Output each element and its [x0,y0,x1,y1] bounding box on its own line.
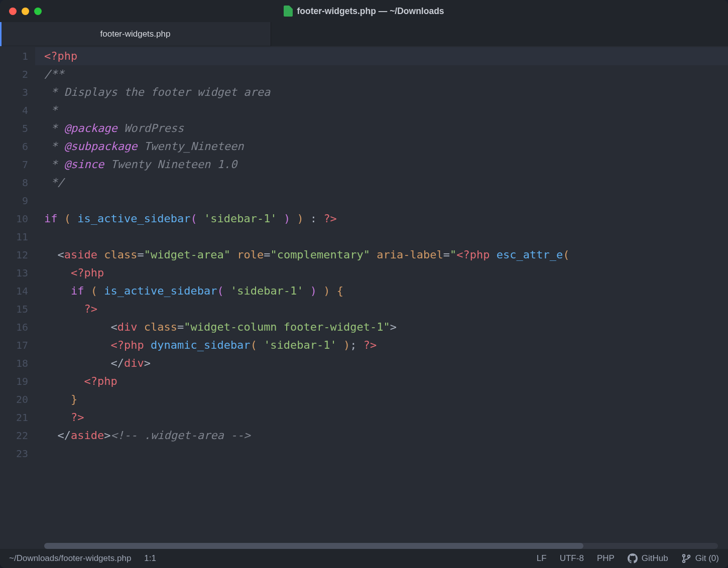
code-line[interactable]: <?php [35,47,728,65]
minimize-window-button[interactable] [22,8,29,15]
code-line[interactable]: <?php [44,264,728,282]
status-git[interactable]: Git (0) [681,553,719,563]
horizontal-scrollbar-thumb[interactable] [44,543,583,549]
close-window-button[interactable] [9,8,17,15]
line-number: 11 [0,228,35,246]
line-number: 14 [0,282,35,300]
line-number: 10 [0,210,35,228]
code-line[interactable]: </div> [44,354,728,372]
titlebar: footer-widgets.php — ~/Downloads [0,0,728,22]
code-line[interactable]: /** [44,65,728,83]
code-line[interactable] [44,192,728,210]
status-cursor-pos[interactable]: 1:1 [144,553,156,563]
code-line[interactable]: </aside><!-- .widget-area --> [44,427,728,445]
svg-point-0 [683,554,685,557]
editor-window: footer-widgets.php — ~/Downloads footer-… [0,0,728,568]
line-number: 7 [0,156,35,174]
code-line[interactable]: * @package WordPress [44,119,728,137]
status-language[interactable]: PHP [597,553,615,563]
line-number: 1 [0,47,35,65]
code-line[interactable]: */ [44,174,728,192]
window-controls [0,8,42,15]
status-github[interactable]: GitHub [628,553,668,563]
status-file-path[interactable]: ~/Downloads/footer-widgets.php [9,553,131,563]
code-line[interactable]: ?> [44,408,728,427]
status-github-label: GitHub [642,553,668,563]
line-number: 12 [0,246,35,264]
line-number: 17 [0,336,35,354]
code-line[interactable]: <aside class="widget-area" role="complem… [44,246,728,264]
line-number: 16 [0,318,35,336]
line-number: 4 [0,101,35,119]
window-title: footer-widgets.php — ~/Downloads [297,6,444,17]
tab-label: footer-widgets.php [100,29,171,39]
status-encoding[interactable]: UTF-8 [560,553,584,563]
code-line[interactable]: * [44,101,728,119]
status-line-ending[interactable]: LF [537,553,547,563]
line-number: 23 [0,445,35,463]
line-number: 6 [0,137,35,156]
line-number: 21 [0,408,35,427]
line-number: 3 [0,83,35,101]
code-line[interactable]: <div class="widget-column footer-widget-… [44,318,728,336]
code-line[interactable]: <?php [44,372,728,390]
tab-footer-widgets[interactable]: footer-widgets.php [0,22,271,46]
line-number: 8 [0,174,35,192]
git-branch-icon [681,553,691,563]
code-line[interactable]: } [44,390,728,408]
line-number: 18 [0,354,35,372]
svg-point-2 [688,555,690,557]
code-area[interactable]: <?php/** * Displays the footer widget ar… [35,46,728,549]
line-number: 13 [0,264,35,282]
line-number: 19 [0,372,35,390]
code-line[interactable]: * @since Twenty Nineteen 1.0 [44,156,728,174]
line-number: 20 [0,390,35,408]
maximize-window-button[interactable] [34,8,42,15]
code-line[interactable] [44,228,728,246]
svg-point-1 [683,560,685,562]
line-number: 9 [0,192,35,210]
editor[interactable]: 1234567891011121314151617181920212223 <?… [0,46,728,549]
code-line[interactable]: <?php dynamic_sidebar( 'sidebar-1' ); ?> [44,336,728,354]
line-number: 2 [0,65,35,83]
statusbar: ~/Downloads/footer-widgets.php 1:1 LF UT… [0,549,728,568]
code-line[interactable]: ?> [44,300,728,318]
line-number: 22 [0,427,35,445]
line-number: 15 [0,300,35,318]
code-line[interactable]: if ( is_active_sidebar( 'sidebar-1' ) ) … [44,282,728,300]
code-line[interactable]: if ( is_active_sidebar( 'sidebar-1' ) ) … [44,210,728,228]
line-number: 5 [0,119,35,137]
tabbar: footer-widgets.php [0,22,728,46]
github-icon [628,553,638,563]
code-line[interactable]: * Displays the footer widget area [44,83,728,101]
status-git-label: Git (0) [695,553,719,563]
line-number-gutter: 1234567891011121314151617181920212223 [0,46,35,549]
horizontal-scrollbar[interactable] [44,543,718,549]
code-line[interactable] [44,445,728,463]
code-line[interactable]: * @subpackage Twenty_Nineteen [44,137,728,156]
php-file-icon [284,6,293,17]
